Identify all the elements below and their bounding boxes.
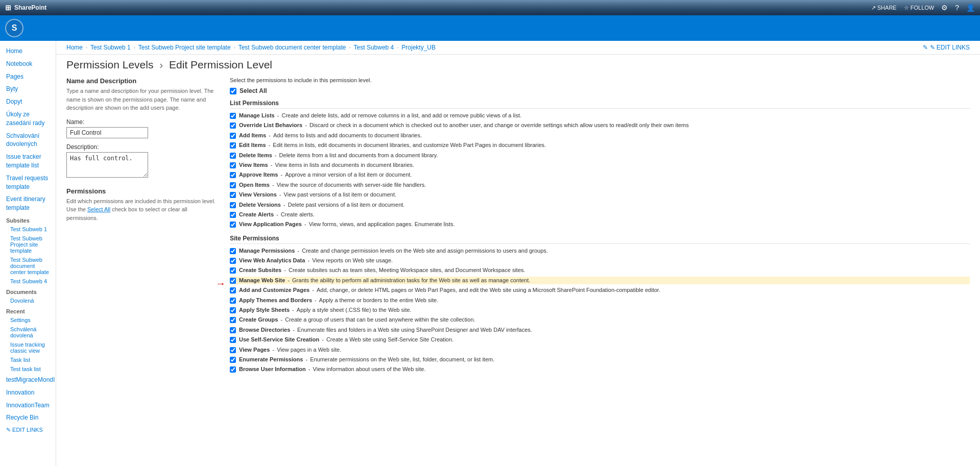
sidebar-item-test-task[interactable]: Test task list <box>0 364 56 374</box>
site-perm-wrapper: View Pages - View pages in a Web site. <box>230 346 970 354</box>
sidebar-section-subsites: Subsites <box>0 214 56 225</box>
list-perm-checkbox-9[interactable] <box>230 202 236 208</box>
edit-links-button[interactable]: ✎ ✎ EDIT LINKS <box>923 44 970 51</box>
site-perm-checkbox-12[interactable] <box>230 366 236 373</box>
breadcrumb-subweb-doc[interactable]: Test Subweb document center template <box>238 44 346 51</box>
site-perm-checkbox-0[interactable] <box>230 248 236 254</box>
breadcrumb-subweb4[interactable]: Test Subweb 4 <box>354 44 394 51</box>
breadcrumb-subweb-project[interactable]: Test Subweb Project site template <box>138 44 231 51</box>
breadcrumb-subweb1[interactable]: Test Subweb 1 <box>90 44 131 51</box>
perm-text: Open Items - View the source of document… <box>239 181 426 189</box>
site-permissions-title: Site Permissions <box>230 235 970 244</box>
site-perm-checkbox-11[interactable] <box>230 357 236 363</box>
name-input[interactable] <box>66 127 148 138</box>
list-perm-checkbox-5[interactable] <box>230 162 236 168</box>
sidebar-item-issue-tracker[interactable]: Issue tracker template list <box>0 151 56 172</box>
form-layout: Name and Description Type a name and des… <box>56 77 980 386</box>
site-perm-row: Create Subsites - Create subsites such a… <box>230 266 970 274</box>
sidebar-item-schvalovani[interactable]: Schvalování dovolených <box>0 130 56 151</box>
sidebar-subitem-subweb4[interactable]: Test Subweb 4 <box>0 277 56 286</box>
name-label: Name: <box>66 118 220 126</box>
list-perm-checkbox-2[interactable] <box>230 133 236 139</box>
site-perm-checkbox-3[interactable] <box>230 278 236 284</box>
follow-button[interactable]: ☆ FOLLOW <box>904 5 935 11</box>
desc-label: Description: <box>66 143 220 151</box>
share-button[interactable]: ↗ SHARE <box>871 5 897 11</box>
perm-text: Approve Items - Approve a minor version … <box>239 171 412 179</box>
sidebar-section-documents: Documents <box>0 286 56 296</box>
list-perm-checkbox-11[interactable] <box>230 222 236 228</box>
site-perm-row: Create Groups - Create a group of users … <box>230 316 970 324</box>
help-icon[interactable]: ? <box>955 4 959 12</box>
list-perm-row: Manage Lists - Create and delete lists, … <box>230 112 970 119</box>
site-perm-checkbox-1[interactable] <box>230 258 236 264</box>
site-perm-checkbox-8[interactable] <box>230 327 236 333</box>
site-perm-row: Enumerate Permissions - Enumerate permis… <box>230 356 970 363</box>
site-perm-checkbox-4[interactable] <box>230 287 236 293</box>
desc-textarea[interactable]: Has full control. <box>66 152 148 178</box>
user-avatar-top[interactable]: 👤 <box>966 4 975 12</box>
sidebar-item-event[interactable]: Event itinerary template <box>0 193 56 214</box>
site-perm-wrapper: → Manage Web Site - Grants the ability t… <box>230 277 970 284</box>
site-perm-checkbox-9[interactable] <box>230 337 236 343</box>
sidebar-item-home[interactable]: Home <box>0 45 56 58</box>
site-perm-row: Add and Customize Pages - Add, change, o… <box>230 286 970 294</box>
sidebar-item-byty[interactable]: Byty <box>0 83 56 95</box>
sidebar-subitem-subweb-project[interactable]: Test Subweb Project site template <box>0 234 56 255</box>
list-perm-checkbox-1[interactable] <box>230 122 236 129</box>
site-perm-checkbox-6[interactable] <box>230 307 236 313</box>
list-perm-checkbox-10[interactable] <box>230 212 236 218</box>
perm-text: View Pages - View pages in a Web site. <box>239 346 341 354</box>
sidebar-item-travel[interactable]: Travel requests template <box>0 172 56 193</box>
sidebar-subitem-subweb-doc[interactable]: Test Subweb document center template <box>0 255 56 277</box>
perm-text: Browse Directories - Enumerate files and… <box>239 326 532 334</box>
site-perm-checkbox-2[interactable] <box>230 267 236 274</box>
breadcrumb-home[interactable]: Home <box>66 44 83 51</box>
list-perm-row: Delete Versions - Delete past versions o… <box>230 201 970 209</box>
avatar[interactable]: S <box>5 19 23 37</box>
site-perm-checkbox-7[interactable] <box>230 317 236 323</box>
sidebar-item-task-list[interactable]: Task list <box>0 355 56 364</box>
sidebar-item-dopyt[interactable]: Dopyt <box>0 95 56 108</box>
site-perm-wrapper: Browse User Information - View informati… <box>230 365 970 373</box>
settings-icon[interactable]: ⚙ <box>941 4 948 12</box>
perm-text: View Items - View items in lists and doc… <box>239 161 414 169</box>
sidebar: Home Notebook Pages Byty Dopyt Úkoly ze … <box>0 41 56 466</box>
perm-text: Add and Customize Pages - Add, change, o… <box>239 286 660 294</box>
breadcrumb-projekty[interactable]: Projekty_UB <box>401 44 436 51</box>
site-perm-row: Apply Style Sheets - Apply a style sheet… <box>230 306 970 314</box>
sidebar-subitem-subweb1[interactable]: Test Subweb 1 <box>0 225 56 234</box>
list-perm-checkbox-3[interactable] <box>230 142 236 149</box>
site-perm-checkbox-5[interactable] <box>230 298 236 304</box>
list-perm-checkbox-6[interactable] <box>230 172 236 178</box>
page-title-edit: Edit Permission Level <box>169 59 272 70</box>
site-perm-wrapper: Add and Customize Pages - Add, change, o… <box>230 286 970 294</box>
select-all-checkbox[interactable] <box>230 88 236 94</box>
perm-text: Delete Items - Delete items from a list … <box>239 152 438 159</box>
sidebar-item-issue-classic[interactable]: Issue tracking classic view <box>0 340 56 355</box>
list-perm-checkbox-4[interactable] <box>230 153 236 159</box>
perm-text: Create Groups - Create a group of users … <box>239 316 475 324</box>
sidebar-edit-links[interactable]: ✎ EDIT LINKS <box>0 424 56 436</box>
perm-text: Manage Web Site - Grants the ability to … <box>239 277 530 284</box>
list-perm-checkbox-7[interactable] <box>230 182 236 188</box>
desc-field-group: Description: Has full control. <box>66 143 220 179</box>
app-grid-icon[interactable]: ⊞ <box>5 4 11 12</box>
list-perm-checkbox-8[interactable] <box>230 192 236 198</box>
sidebar-item-schvalena[interactable]: Schválená dovolená <box>0 325 56 340</box>
sidebar-item-notebook[interactable]: Notebook <box>0 58 56 70</box>
sidebar-item-pages[interactable]: Pages <box>0 70 56 83</box>
sidebar-item-settings[interactable]: Settings <box>0 315 56 325</box>
sidebar-item-ukoly[interactable]: Úkoly ze zasedání rady <box>0 108 56 130</box>
sidebar-item-dovolena[interactable]: Dovolená <box>0 296 56 305</box>
site-perm-checkbox-10[interactable] <box>230 347 236 353</box>
sidebar-item-testmigracja[interactable]: testMigraceMondI <box>0 374 56 386</box>
sidebar-item-recyclebin[interactable]: Recycle Bin <box>0 411 56 424</box>
select-all-link[interactable]: Select All <box>87 206 110 212</box>
list-perm-row: Override List Behaviors - Discard or che… <box>230 121 970 129</box>
site-perm-wrapper: Create Groups - Create a group of users … <box>230 316 970 324</box>
list-perm-checkbox-0[interactable] <box>230 113 236 119</box>
sidebar-item-innovation[interactable]: Innovation <box>0 386 56 399</box>
sidebar-item-innovationteam[interactable]: InnovationTeam <box>0 399 56 412</box>
site-perm-wrapper: Browse Directories - Enumerate files and… <box>230 326 970 334</box>
